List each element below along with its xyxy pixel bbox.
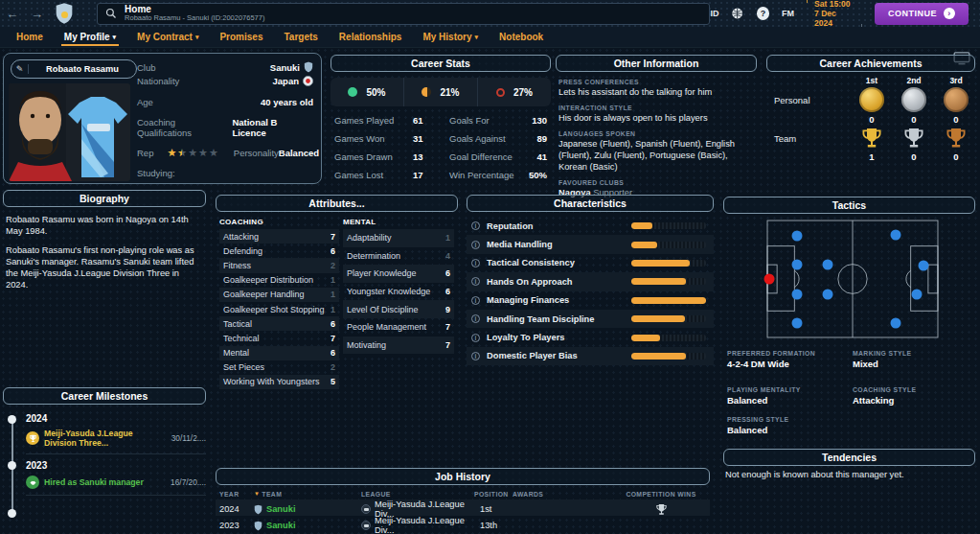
tab-my-history[interactable]: My History▾ bbox=[412, 27, 489, 47]
career-stats-header[interactable]: Career Stats bbox=[330, 55, 551, 72]
characteristic-row: iMedia Handling bbox=[467, 235, 714, 253]
column-1st: 1st bbox=[851, 76, 893, 85]
player-dot[interactable] bbox=[822, 289, 832, 299]
help-icon[interactable]: ? bbox=[757, 7, 769, 20]
age-label: Age bbox=[137, 97, 153, 107]
biography-header[interactable]: Biography bbox=[3, 190, 206, 207]
star-icon: ★★ bbox=[188, 148, 197, 158]
characteristic-row: iHands On Approach bbox=[467, 272, 714, 290]
other-information-panel: Other Information PRESS CONFERENCES Lets… bbox=[556, 55, 757, 198]
biography-panel: Biography Robaato Rasamu was born in Nag… bbox=[3, 190, 206, 291]
info-icon[interactable]: i bbox=[471, 221, 480, 230]
stat-row: Games Lost17 Win Percentage50% bbox=[330, 166, 551, 184]
attribute-row: Goalkeeper Handling1 bbox=[219, 288, 339, 302]
continue-button[interactable]: CONTINUE › bbox=[875, 3, 969, 25]
league-link[interactable]: Meiji-Yasuda J.League Div... bbox=[361, 516, 474, 534]
mental-column-label: MENTAL bbox=[343, 218, 454, 226]
attribute-row: Motivating7 bbox=[343, 337, 454, 355]
column-year[interactable]: YEAR bbox=[219, 491, 254, 498]
characteristic-row: iLoyalty To Players bbox=[467, 328, 714, 346]
info-icon[interactable]: i bbox=[471, 314, 480, 323]
league-position: 1st bbox=[474, 504, 513, 514]
fm-logo-icon[interactable]: FM bbox=[782, 9, 794, 18]
attribute-row: Adaptability1 bbox=[343, 229, 454, 247]
tab-my-contract[interactable]: My Contract▾ bbox=[126, 27, 209, 47]
characteristic-row: iHandling Team Discipline bbox=[467, 310, 714, 328]
info-icon[interactable]: i bbox=[471, 241, 480, 249]
edit-pencil-icon[interactable]: ✎ bbox=[11, 64, 29, 74]
id-button[interactable]: ID bbox=[710, 9, 718, 18]
tab-relationships[interactable]: Relationships bbox=[329, 27, 413, 47]
column-position[interactable]: POSITION bbox=[474, 491, 513, 498]
rep-label: Rep bbox=[137, 148, 153, 158]
club-crest-icon[interactable] bbox=[55, 2, 78, 25]
search-icon bbox=[105, 8, 117, 19]
tab-my-profile[interactable]: My Profile▾ bbox=[54, 27, 126, 47]
player-dot[interactable] bbox=[792, 260, 803, 270]
tab-promises[interactable]: Promises bbox=[209, 27, 273, 47]
attribute-row: Goalkeeper Shot Stopping1 bbox=[219, 302, 339, 316]
attributes-header[interactable]: Attributes... bbox=[216, 195, 458, 212]
info-icon[interactable]: i bbox=[471, 259, 480, 267]
tendencies-header[interactable]: Tendencies bbox=[723, 449, 975, 466]
search-bar[interactable]: Home Robaato Rasamu - Sanuki (ID:2002076… bbox=[97, 3, 710, 25]
attribute-row: Goalkeeper Distribution1 bbox=[219, 273, 339, 288]
back-arrow-icon[interactable]: ← bbox=[0, 7, 25, 21]
tendencies-text: Not enough is known about this manager y… bbox=[725, 470, 973, 479]
player-dot[interactable] bbox=[918, 260, 928, 270]
info-icon[interactable]: i bbox=[471, 352, 480, 360]
manager-photo bbox=[9, 83, 130, 181]
languages-spoken-section: LANGUAGES SPOKEN Japanese (Fluent), Span… bbox=[556, 130, 757, 173]
interaction-style-section: INTERACTION STYLE His door is always ope… bbox=[556, 104, 757, 124]
player-dot[interactable] bbox=[792, 317, 803, 328]
career-achievements-header[interactable]: Career Achievements bbox=[766, 55, 975, 72]
player-dot[interactable] bbox=[911, 290, 922, 300]
chevron-right-icon: › bbox=[944, 8, 955, 19]
player-dot[interactable] bbox=[792, 230, 803, 241]
attribute-row: Youngster Knowledge6 bbox=[343, 283, 454, 301]
globe-icon[interactable] bbox=[731, 7, 743, 20]
forward-arrow-icon[interactable]: → bbox=[25, 7, 50, 21]
tab-home[interactable]: Home bbox=[6, 27, 54, 47]
tab-targets[interactable]: Targets bbox=[273, 27, 328, 47]
team-link[interactable]: Sanuki bbox=[254, 521, 361, 531]
playing-mentality: PLAYING MENTALITY Balanced bbox=[727, 386, 801, 406]
attribute-row: Level Of Discipline9 bbox=[343, 300, 454, 318]
tab-notebook[interactable]: Notebook bbox=[489, 27, 554, 47]
career-milestones-header[interactable]: Career Milestones bbox=[3, 387, 206, 405]
game-date: 7 Dec 2024 bbox=[814, 9, 855, 28]
info-icon[interactable]: i bbox=[471, 334, 480, 342]
player-dot[interactable] bbox=[792, 289, 803, 299]
manager-name-box[interactable]: ✎ Robaato Rasamu bbox=[11, 59, 137, 79]
column-team[interactable]: ▼TEAM bbox=[254, 491, 361, 498]
star-icon: ★★ bbox=[177, 148, 187, 158]
milestone-entry[interactable]: Hired as Sanuki manager 16/7/20.... bbox=[26, 471, 206, 496]
job-history-header[interactable]: Job History bbox=[216, 468, 710, 485]
player-dot[interactable] bbox=[891, 229, 901, 240]
characteristics-header[interactable]: Characteristics bbox=[467, 195, 714, 212]
info-icon[interactable]: i bbox=[471, 277, 480, 286]
info-icon[interactable]: i bbox=[471, 296, 480, 305]
manager-name: Robaato Rasamu bbox=[29, 64, 136, 74]
goalkeeper-dot[interactable] bbox=[763, 274, 774, 285]
column-competition-wins[interactable]: COMPETITION WINS bbox=[608, 491, 714, 498]
player-dot[interactable] bbox=[891, 317, 901, 328]
tactics-header[interactable]: Tactics bbox=[723, 197, 975, 214]
tab-bar: Home My Profile▾ My Contract▾ Promises T… bbox=[0, 27, 980, 48]
draw-half-circle-icon bbox=[422, 87, 431, 97]
column-league[interactable]: LEAGUE bbox=[361, 491, 474, 498]
column-2nd: 2nd bbox=[893, 76, 935, 85]
win-percent: 50% bbox=[366, 87, 385, 98]
attribute-row: Set Pieces2 bbox=[219, 360, 339, 375]
player-dot[interactable] bbox=[822, 260, 832, 270]
team-link[interactable]: Sanuki bbox=[254, 504, 361, 515]
career-milestones-panel: Career Milestones 2024 Meiji-Yasuda J.Le… bbox=[3, 387, 206, 531]
continue-label: CONTINUE bbox=[888, 9, 937, 18]
star-icon: ★★ bbox=[209, 148, 218, 158]
column-awards[interactable]: AWARDS bbox=[513, 491, 608, 498]
sanuki-crest-icon bbox=[254, 504, 262, 515]
milestone-entry[interactable]: Meiji-Yasuda J.League Division Three... … bbox=[26, 424, 206, 454]
fm-manager-profile-screen: ← → Home Robaato Rasamu - Sanuki (ID:200… bbox=[0, 0, 980, 534]
other-information-header[interactable]: Other Information bbox=[556, 55, 757, 72]
club-value-link[interactable]: Sanuki bbox=[270, 62, 300, 73]
